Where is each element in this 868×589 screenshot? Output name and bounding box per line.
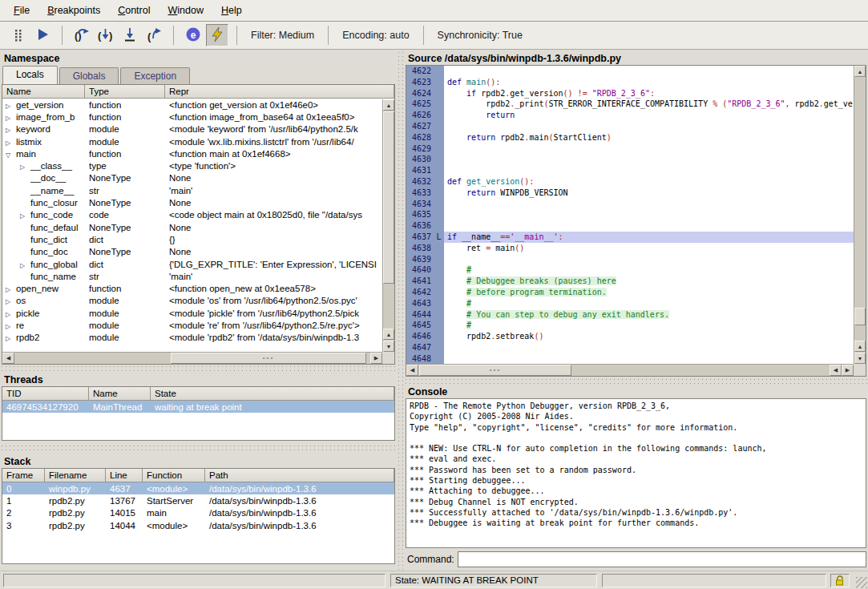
- source-line[interactable]: 4629: [406, 143, 854, 155]
- column-header-state[interactable]: State: [151, 387, 394, 400]
- line-number[interactable]: 4635: [406, 209, 434, 220]
- menu-file[interactable]: File: [5, 1, 38, 20]
- tab-exception[interactable]: Exception: [120, 67, 190, 84]
- tree-row[interactable]: ▷get_versionfunction<function get_versio…: [2, 99, 382, 111]
- line-number[interactable]: 4631: [406, 165, 434, 176]
- menu-help[interactable]: Help: [212, 1, 251, 20]
- step-over-button[interactable]: (): [71, 24, 93, 46]
- scroll-left-arrow[interactable]: ◀: [2, 353, 14, 364]
- scroll-left-arrow[interactable]: ◀: [830, 365, 842, 376]
- tree-row[interactable]: func_defaulNoneTypeNone: [2, 221, 382, 233]
- step-into-button[interactable]: ( ): [95, 24, 117, 46]
- stack-frame-row[interactable]: 1rpdb2.py13767StartServer/data/sys/bin/w…: [2, 494, 394, 506]
- source-line[interactable]: 4635: [406, 209, 854, 220]
- line-number[interactable]: 4637: [406, 232, 434, 243]
- line-number[interactable]: 4648: [406, 353, 434, 364]
- thread-row[interactable]: 46974534127920MainThreadwaiting at break…: [2, 401, 394, 413]
- resize-grip[interactable]: [856, 577, 867, 588]
- column-header-type[interactable]: Type: [85, 85, 165, 98]
- line-number[interactable]: 4627: [406, 121, 434, 132]
- line-number[interactable]: 4624: [406, 88, 434, 99]
- tree-expand-icon[interactable]: ▷: [6, 335, 16, 342]
- line-number[interactable]: 4625: [406, 99, 434, 110]
- line-number[interactable]: 4636: [406, 220, 434, 232]
- tree-row[interactable]: ▷func_globaldict{'DLG_EXPR_TITLE': 'Ente…: [2, 258, 382, 270]
- tree-expand-icon[interactable]: ▷: [6, 115, 16, 122]
- scroll-down-arrow[interactable]: ▼: [854, 353, 866, 364]
- tree-expand-icon[interactable]: ▷: [6, 127, 16, 134]
- stack-frame-row[interactable]: 0winpdb.py4637<module>/data/sys/bin/winp…: [2, 482, 394, 494]
- tree-expand-icon[interactable]: ▷: [6, 298, 16, 305]
- stack-frame-row[interactable]: 2rpdb2.py14015main/data/sys/bin/winpdb-1…: [2, 507, 394, 519]
- scroll-left-arrow[interactable]: ◀: [406, 365, 418, 376]
- tree-expand-icon[interactable]: ▷: [6, 103, 16, 110]
- menu-window[interactable]: Window: [159, 1, 212, 20]
- column-header-tid[interactable]: TID: [2, 387, 89, 400]
- line-number[interactable]: 4639: [406, 254, 434, 265]
- line-number[interactable]: 4628: [406, 132, 434, 143]
- tree-row[interactable]: ▷keywordmodule<module 'keyword' from '/u…: [2, 123, 382, 135]
- line-number[interactable]: 4634: [406, 199, 434, 210]
- source-line[interactable]: 4633 return WINPDB_VERSION: [406, 188, 854, 199]
- tree-expand-icon[interactable]: ▷: [20, 212, 30, 220]
- column-header-line[interactable]: Line: [106, 469, 143, 482]
- tree-row[interactable]: func_docNoneTypeNone: [2, 246, 382, 258]
- scrollbar-thumb[interactable]: •••: [419, 365, 571, 376]
- menu-control[interactable]: Control: [109, 1, 159, 20]
- column-header-frame[interactable]: Frame: [2, 469, 45, 482]
- column-header-name[interactable]: Name: [89, 387, 151, 400]
- line-number[interactable]: 4645: [406, 320, 434, 331]
- tree-row[interactable]: ▷__class__type<type 'function'>: [2, 159, 382, 171]
- scrollbar-thumb[interactable]: [854, 308, 866, 325]
- stack-frame-row[interactable]: 3rpdb2.py14044<module>/data/sys/bin/winp…: [2, 519, 394, 531]
- line-number[interactable]: 4630: [406, 154, 434, 165]
- source-line[interactable]: 4636: [406, 220, 854, 232]
- source-line[interactable]: 4626 return: [406, 110, 854, 121]
- go-button[interactable]: [31, 24, 54, 46]
- source-hscrollbar[interactable]: ◀ ••• ◀ ▶: [406, 364, 854, 376]
- encoding-toggle-button[interactable]: e: [182, 24, 204, 46]
- tree-expand-icon[interactable]: ▷: [6, 139, 16, 147]
- source-line[interactable]: 4623def main():: [406, 77, 854, 88]
- line-number[interactable]: 4623: [406, 77, 434, 88]
- line-number[interactable]: 4644: [406, 309, 434, 321]
- source-line[interactable]: 4638 ret = main(): [406, 243, 854, 254]
- line-number[interactable]: 4632: [406, 176, 434, 188]
- column-header-repr[interactable]: Repr: [165, 85, 394, 98]
- tree-row[interactable]: func_dictdict{}: [2, 233, 382, 245]
- step-return-button[interactable]: [119, 24, 141, 46]
- tree-row[interactable]: ▷remodule<module 're' from '/usr/lib64/p…: [2, 319, 382, 331]
- source-vscrollbar[interactable]: ▲ ▲ ▼: [854, 66, 866, 364]
- tree-row[interactable]: __name__str'main': [2, 184, 382, 196]
- source-line[interactable]: 4647: [406, 342, 854, 353]
- tree-row[interactable]: ▷osmodule<module 'os' from '/usr/lib64/p…: [2, 295, 382, 307]
- column-header-name[interactable]: Name: [2, 85, 85, 98]
- source-line[interactable]: 4643 #: [406, 298, 854, 309]
- tree-row[interactable]: func_namestr'main': [2, 270, 382, 282]
- source-line[interactable]: 4622: [406, 66, 854, 77]
- tree-expand-icon[interactable]: ▷: [6, 323, 16, 330]
- tree-expand-icon[interactable]: ▷: [6, 286, 16, 293]
- source-line[interactable]: 4644 # You can step to debug any exit ha…: [406, 309, 854, 321]
- source-line[interactable]: 4628 return rpdb2.main(StartClient): [406, 132, 854, 143]
- menu-breakpoints[interactable]: Breakpoints: [38, 1, 109, 20]
- command-input[interactable]: [458, 551, 866, 567]
- source-line[interactable]: 4645 #: [406, 320, 854, 331]
- tree-expand-icon[interactable]: ▷: [20, 262, 30, 269]
- source-line[interactable]: 4639: [406, 254, 854, 265]
- source-line[interactable]: 4641 # Debuggee breaks (pauses) here: [406, 276, 854, 287]
- break-button[interactable]: [7, 24, 30, 46]
- scroll-right-arrow[interactable]: ▶: [370, 353, 382, 364]
- line-number[interactable]: 4640: [406, 264, 434, 276]
- tab-locals[interactable]: Locals: [2, 66, 58, 84]
- run-to-line-button[interactable]: (: [143, 24, 165, 46]
- source-line[interactable]: 4625 rpdb2._print(STR_ERROR_INTERFACE_CO…: [406, 99, 854, 110]
- line-number[interactable]: 4622: [406, 66, 434, 77]
- vertical-splitter-handle[interactable]: [397, 50, 404, 571]
- source-line[interactable]: 4648: [406, 353, 854, 364]
- tree-row[interactable]: ▷func_codecode<code object main at 0x180…: [2, 209, 382, 221]
- line-number[interactable]: 4638: [406, 243, 434, 254]
- tab-globals[interactable]: Globals: [59, 67, 119, 84]
- splitter-handle[interactable]: [0, 365, 397, 372]
- console-output-box[interactable]: RPDB - The Remote Python Debugger, versi…: [406, 398, 866, 548]
